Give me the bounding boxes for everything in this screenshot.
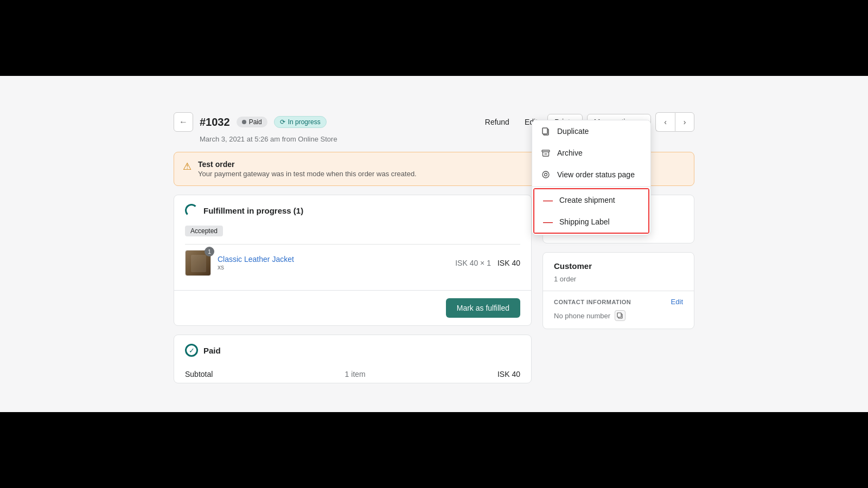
- fulfillment-card-footer: Mark as fulfilled: [174, 291, 531, 325]
- paid-title: Paid: [203, 346, 221, 355]
- warning-content: Test order Your payment gateway was in t…: [198, 160, 417, 178]
- svg-point-4: [542, 171, 549, 178]
- fulfillment-card: Fulfillment in progress (1) Accepted 1 C…: [174, 195, 532, 326]
- archive-menu-item[interactable]: Archive: [532, 142, 650, 164]
- subtotal-qty: 1 item: [345, 370, 366, 378]
- product-qty-badge: 1: [205, 247, 214, 256]
- customer-orders: 1 order: [543, 275, 694, 291]
- accepted-badge: Accepted: [185, 226, 223, 236]
- duplicate-label: Duplicate: [557, 127, 589, 136]
- back-button[interactable]: ←: [174, 112, 193, 132]
- order-number: #1032: [200, 116, 230, 129]
- warning-icon: ⚠: [183, 160, 192, 172]
- contact-info-label: CONTACT INFORMATION: [554, 299, 631, 305]
- paid-card-header: ✓ Paid: [174, 335, 531, 365]
- paid-subtotal-row: Subtotal 1 item ISK 40: [174, 365, 531, 383]
- shipping-label-label: Shipping Label: [559, 217, 610, 226]
- duplicate-icon: [541, 126, 551, 136]
- view-status-icon: [541, 170, 551, 179]
- customer-title: Customer: [543, 253, 694, 275]
- contact-header: CONTACT INFORMATION Edit: [543, 291, 694, 310]
- contact-info: No phone number: [543, 310, 694, 329]
- contact-edit-link[interactable]: Edit: [671, 298, 683, 306]
- svg-rect-7: [617, 313, 621, 317]
- dropdown-divider: [532, 187, 650, 187]
- main-left: Fulfillment in progress (1) Accepted 1 C…: [174, 195, 532, 392]
- back-icon: ←: [179, 117, 188, 127]
- product-image-wrapper: 1: [185, 250, 211, 276]
- header-left: ← #1032 Paid In progress: [174, 112, 327, 132]
- product-variant: xs: [218, 264, 449, 271]
- subtotal-amount: ISK 40: [497, 370, 520, 378]
- more-actions-dropdown: Duplicate Archive: [532, 120, 651, 235]
- product-row: 1 Classic Leather Jacket xs ISK 40 × 1 I…: [185, 245, 520, 281]
- paid-badge-label: Paid: [249, 118, 262, 126]
- warning-title: Test order: [198, 160, 417, 169]
- mark-fulfilled-button[interactable]: Mark as fulfilled: [446, 298, 520, 318]
- paid-icon: ✓: [185, 344, 198, 357]
- view-status-label: View order status page: [557, 170, 635, 179]
- product-info: Classic Leather Jacket xs: [218, 255, 449, 271]
- duplicate-menu-item[interactable]: Duplicate: [532, 120, 650, 142]
- view-status-menu-item[interactable]: View order status page: [532, 164, 650, 185]
- svg-rect-2: [542, 150, 550, 152]
- subtotal-label: Subtotal: [185, 370, 213, 378]
- create-shipment-label: Create shipment: [559, 196, 615, 204]
- fulfillment-card-body: Accepted 1 Classic Leather Jacket xs: [174, 226, 531, 290]
- paid-card: ✓ Paid Subtotal 1 item ISK 40: [174, 335, 532, 383]
- product-qty: ISK 40 × 1: [455, 259, 491, 267]
- customer-card: Customer 1 order CONTACT INFORMATION Edi…: [542, 252, 694, 329]
- archive-label: Archive: [557, 149, 583, 157]
- chevron-right-icon: ›: [684, 118, 686, 126]
- shipment-section: — Create shipment — Shipping Label: [533, 188, 649, 234]
- archive-icon: [541, 148, 551, 158]
- shipping-label-menu-item[interactable]: — Shipping Label: [534, 211, 648, 233]
- create-shipment-menu-item[interactable]: — Create shipment: [534, 189, 648, 211]
- nav-arrows: ‹ ›: [655, 112, 694, 132]
- inprogress-badge-label: In progress: [288, 118, 321, 126]
- paid-badge: Paid: [237, 117, 267, 127]
- shipping-label-icon: —: [543, 217, 553, 227]
- next-order-button[interactable]: ›: [675, 112, 694, 132]
- fulfillment-card-header: Fulfillment in progress (1): [174, 195, 531, 226]
- prev-order-button[interactable]: ‹: [655, 112, 675, 132]
- no-phone-text: No phone number: [554, 312, 610, 320]
- progress-icon: [185, 204, 198, 217]
- product-price: ISK 40: [497, 259, 520, 267]
- copy-phone-button[interactable]: [615, 310, 626, 321]
- product-name-link[interactable]: Classic Leather Jacket: [218, 255, 294, 264]
- refund-button[interactable]: Refund: [480, 114, 515, 130]
- fulfillment-title: Fulfillment in progress (1): [203, 206, 303, 215]
- warning-text: Your payment gateway was in test mode wh…: [198, 170, 417, 178]
- svg-point-5: [545, 174, 547, 176]
- create-shipment-icon: —: [543, 195, 553, 205]
- inprogress-badge: In progress: [274, 116, 327, 128]
- chevron-left-icon: ‹: [664, 118, 667, 126]
- svg-rect-1: [542, 128, 547, 134]
